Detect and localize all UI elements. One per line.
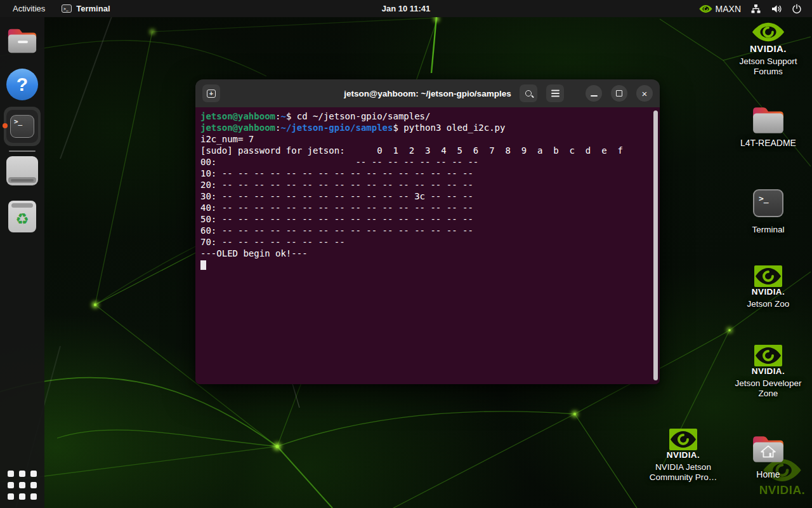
power-icon[interactable] — [792, 4, 802, 14]
icon-label: Jetson Support Forums — [727, 57, 809, 77]
icon-label: L4T-README — [740, 138, 796, 149]
icon-label: NVIDIA Jetson Community Pro… — [638, 462, 728, 483]
power-mode-label: MAXN — [716, 4, 741, 14]
activities-button[interactable]: Activities — [13, 4, 45, 13]
clock[interactable]: Jan 10 11:41 — [0, 4, 812, 13]
house-icon — [760, 444, 776, 458]
nvidia-box-icon — [754, 345, 782, 366]
nvidia-box-icon — [669, 429, 697, 450]
folder-slot — [18, 41, 28, 43]
volume-icon[interactable] — [771, 4, 782, 14]
new-tab-button[interactable]: + — [202, 84, 220, 102]
desktop-icon-nvidia-jetson-community[interactable]: NVIDIA. NVIDIA Jetson Community Pro… — [638, 429, 728, 483]
nvidia-box-icon — [754, 265, 782, 287]
terminal-icon: >_ — [10, 115, 34, 138]
drive-icon — [6, 156, 38, 185]
dock-item-help[interactable]: ? — [6, 69, 38, 100]
dock-item-terminal[interactable]: >_ — [6, 110, 38, 143]
new-tab-icon: + — [207, 90, 216, 98]
terminal-content[interactable]: jetson@yahboom:~$ cd ~/jetson-gpio/sampl… — [195, 107, 660, 384]
desktop-icon-terminal[interactable]: >_ Terminal — [727, 189, 809, 235]
top-bar: Activities >_ Terminal Jan 10 11:41 MAXN — [0, 0, 812, 17]
focused-app-label: Terminal — [76, 4, 110, 13]
icon-label: Jetson Developer Zone — [727, 378, 809, 399]
dock-item-files[interactable] — [6, 25, 38, 56]
icon-label: Terminal — [752, 225, 784, 235]
folder-icon — [751, 105, 785, 135]
nvidia-wordmark: NVIDIA. — [752, 287, 785, 297]
desktop-icon-jetson-support-forums[interactable]: NVIDIA. Jetson Support Forums — [727, 21, 809, 77]
dock-item-trash[interactable]: ♻ — [8, 201, 36, 232]
terminal-output: jetson@yahboom:~$ cd ~/jetson-gpio/sampl… — [200, 110, 647, 271]
help-icon: ? — [6, 69, 38, 100]
dock-separator — [9, 150, 36, 152]
nvidia-eye-icon — [699, 4, 712, 13]
desktop-icon-jetson-zoo[interactable]: NVIDIA. Jetson Zoo — [727, 265, 809, 309]
running-indicator-dot — [3, 123, 8, 128]
maximize-button[interactable] — [611, 85, 627, 102]
terminal-titlebar[interactable]: + jetson@yahboom: ~/jetson-gpio/samples … — [195, 79, 660, 107]
home-folder-icon — [751, 434, 785, 467]
trash-icon: ♻ — [8, 201, 36, 232]
minimize-button[interactable] — [586, 85, 602, 102]
desktop-icon-l4t-readme[interactable]: L4T-README — [727, 105, 809, 149]
desktop-icon-home[interactable]: Home — [733, 434, 803, 480]
icon-label: Jetson Zoo — [747, 299, 790, 309]
focused-app-indicator[interactable]: >_ Terminal — [62, 4, 110, 13]
terminal-app-icon: >_ — [62, 4, 72, 13]
nvidia-wordmark: NVIDIA. — [752, 366, 785, 376]
nvidia-eye-icon — [752, 21, 785, 43]
dock-item-drive[interactable] — [6, 156, 38, 185]
terminal-scrollbar[interactable] — [653, 110, 658, 380]
search-button[interactable] — [520, 84, 537, 102]
minimize-icon — [591, 95, 598, 97]
terminal-window: + jetson@yahboom: ~/jetson-gpio/samples … — [195, 79, 660, 384]
desktop: Activities >_ Terminal Jan 10 11:41 MAXN — [0, 0, 812, 508]
hamburger-menu-icon — [551, 93, 560, 94]
show-apps-button[interactable] — [8, 471, 37, 500]
nvidia-wordmark: NVIDIA. — [759, 483, 805, 497]
menu-button[interactable] — [546, 84, 564, 102]
search-icon — [525, 90, 532, 97]
nvidia-wordmark: NVIDIA. — [750, 43, 787, 54]
icon-label: Home — [756, 469, 780, 480]
close-button[interactable]: × — [636, 85, 653, 102]
nvidia-wordmark: NVIDIA. — [667, 450, 700, 460]
maximize-icon — [616, 90, 622, 97]
desktop-icon-jetson-developer-zone[interactable]: NVIDIA. Jetson Developer Zone — [727, 345, 809, 399]
close-icon: × — [642, 89, 648, 98]
terminal-icon: >_ — [753, 189, 783, 217]
network-wired-icon[interactable] — [750, 4, 761, 14]
power-mode-indicator[interactable]: MAXN — [699, 4, 741, 14]
dock: ? >_ ♻ — [0, 17, 44, 508]
